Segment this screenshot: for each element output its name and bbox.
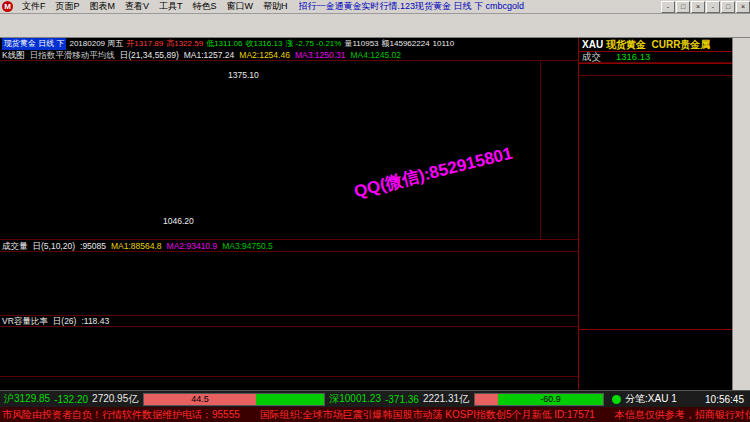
volume-value: :95085	[80, 240, 106, 251]
main-area: 现货黄金 日线 下 20180209 周五 开1317.89 高1322.59 …	[0, 38, 750, 390]
sz-bar-red	[475, 394, 498, 405]
trough-annotation: 1046.20	[163, 216, 194, 226]
bar-date: 20180209 周五	[69, 38, 123, 50]
watermark: QQ(微信):852915801	[352, 142, 515, 204]
symbol-chip[interactable]: 现货黄金 日线 下	[2, 38, 66, 50]
quote-panel: XAU 现货黄金 CURR贵金属 成交 1316.13	[578, 38, 732, 390]
tick-column-headers	[579, 63, 732, 76]
ma4-value: MA4:1245.02	[350, 50, 401, 60]
vr-params: 日(26)	[53, 316, 77, 326]
menu-item-0[interactable]: 文件F	[17, 1, 51, 11]
indicator-params: 日(21,34,55,89)	[120, 50, 179, 60]
menu-item-7[interactable]: 帮助H	[258, 1, 293, 11]
tick-list[interactable]	[579, 76, 732, 329]
menu-item-6[interactable]: 窗口W	[222, 1, 259, 11]
ticker-text: 市风险由投资者自负！行情软件数据维护电话：95555 国际组织:全球市场巨震引爆…	[2, 409, 750, 420]
status-bar: 沪3129.85 -132.20 2720.95亿 44.5 深10001.23…	[0, 390, 750, 407]
volume-ma3: MA3:94750.5	[222, 240, 273, 251]
bar-volume: 量110953	[344, 38, 378, 50]
menu-item-1[interactable]: 页面P	[51, 1, 85, 11]
vr-title: VR容量比率	[2, 316, 48, 326]
close-icon[interactable]: ×	[736, 1, 750, 13]
last-trade-row: 成交 1316.13	[579, 52, 732, 63]
sh-updown-bar: 44.5	[143, 393, 325, 406]
bar-high: 高1322.59	[166, 38, 203, 50]
time-axis	[0, 377, 578, 390]
price-axis-line	[540, 61, 541, 240]
trade-value: 1316.13	[616, 52, 650, 62]
sh-bar-value: 44.5	[144, 394, 256, 405]
ma2-value: MA2:1254.46	[239, 50, 290, 60]
bar-amount: 额145962224	[382, 38, 430, 50]
volume-ma2: MA2:93410.9	[167, 240, 218, 251]
bar-low: 低1311.06	[206, 38, 242, 50]
volume-params: 日(5,10,20)	[33, 240, 76, 251]
peak-annotation: 1375.10	[228, 70, 259, 80]
kline-title: K线图	[2, 50, 25, 60]
quote-header: XAU 现货黄金 CURR贵金属	[579, 38, 732, 52]
menu-item-3[interactable]: 查看V	[120, 1, 154, 11]
clock: 10:56:45	[705, 394, 744, 405]
ma1-value: MA1:1257.24	[184, 50, 235, 60]
panel-tabs	[579, 329, 732, 343]
volume-ma1: MA1:88564.8	[111, 240, 162, 251]
volume-title: 成交量	[2, 240, 28, 251]
sz-updown-bar: -60.9	[474, 393, 604, 406]
bar-change: 涨 -2.75 -0.21%	[285, 38, 341, 50]
volume-indicator-header: 成交量 日(5,10,20) :95085 MA1:88564.8 MA2:93…	[0, 240, 578, 252]
minimize-icon[interactable]: -	[706, 1, 720, 13]
maximize-icon[interactable]: □	[676, 1, 690, 13]
feed-status: 分笔:XAU 1	[625, 392, 677, 406]
vr-value: :118.43	[81, 316, 109, 326]
maximize-icon[interactable]: □	[721, 1, 735, 13]
market-name: CURR贵金属	[651, 39, 710, 50]
vr-chart[interactable]	[0, 327, 578, 377]
news-ticker[interactable]: 市风险由投资者自负！行情软件数据维护电话：95555 国际组织:全球市场巨震引爆…	[0, 407, 750, 422]
bar-open: 开1317.89	[126, 38, 163, 50]
kline-chart[interactable]: 1375.10 1046.20 QQ(微信):852915801	[0, 61, 578, 240]
sz-amount: 2221.31亿	[423, 392, 469, 406]
sh-change: -132.20	[54, 394, 88, 405]
menu-item-4[interactable]: 工具T	[154, 1, 188, 11]
app-logo-icon: M	[2, 1, 13, 12]
bar-count: 10110	[433, 38, 455, 50]
volume-chart[interactable]	[0, 252, 578, 316]
vr-indicator-header: VR容量比率 日(26) :118.43	[0, 316, 578, 327]
menu-items: 文件F页面P图表M查看V工具T特色S窗口W帮助H	[17, 0, 293, 13]
sz-change: -371.36	[385, 394, 419, 405]
minimize-icon[interactable]: -	[661, 1, 675, 13]
sh-index[interactable]: 沪3129.85	[4, 392, 50, 406]
sh-amount: 2720.95亿	[92, 392, 138, 406]
symbol-code: XAU	[582, 39, 603, 50]
close-icon[interactable]: ×	[691, 1, 705, 13]
sz-index[interactable]: 深10001.23	[329, 392, 381, 406]
menu-bar: M 文件F页面P图表M查看V工具T特色S窗口W帮助H 招行一金通黄金实时行情.1…	[0, 0, 750, 14]
chart-header: 现货黄金 日线 下 20180209 周五 开1317.89 高1322.59 …	[0, 38, 578, 50]
window-title: 招行一金通黄金实时行情.123现货黄金 日线 下 cmbcgold	[299, 0, 660, 13]
bar-close: 收1316.13	[245, 38, 282, 50]
menu-item-2[interactable]: 图表M	[85, 1, 121, 11]
kline-indicator-header: K线图 日指数平滑移动平均线 日(21,34,55,89) MA1:1257.2…	[0, 50, 578, 61]
connection-status-icon	[612, 395, 621, 404]
symbol-name: 现货黄金	[606, 39, 646, 50]
menu-item-5[interactable]: 特色S	[188, 1, 222, 11]
sz-bar-value: -60.9	[498, 394, 603, 405]
window-controls: -□×-□×	[660, 1, 750, 13]
drawing-toolbar	[732, 38, 750, 390]
trade-label: 成交	[579, 52, 616, 62]
toolbar	[0, 14, 750, 38]
ma3-value: MA3:1250.31	[295, 50, 346, 60]
indicator-name: 日指数平滑移动平均线	[30, 50, 115, 60]
sh-bar-green	[256, 394, 324, 405]
chart-column: 现货黄金 日线 下 20180209 周五 开1317.89 高1322.59 …	[0, 38, 578, 390]
